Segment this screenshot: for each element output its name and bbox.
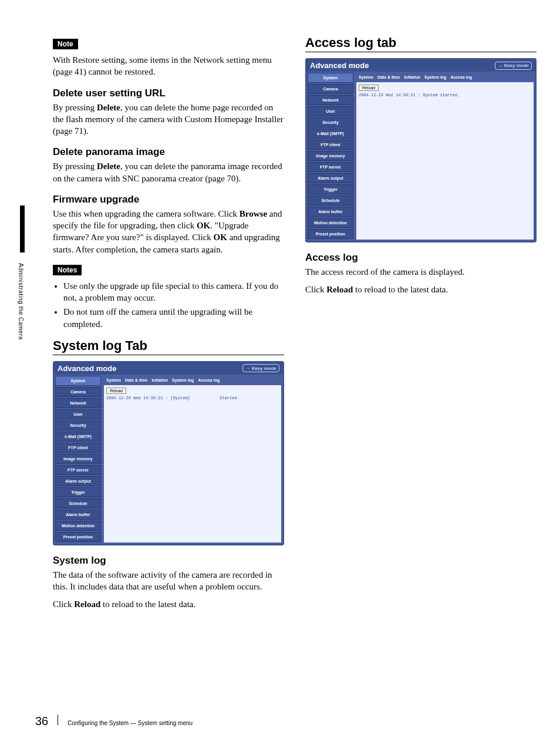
sidebar-item-ftp-server[interactable]: FTP server	[55, 465, 101, 475]
ui-tab-row: System Date & time Initialize System log…	[356, 73, 534, 82]
easy-mode-button[interactable]: Easy mode	[495, 62, 532, 70]
system-log-screenshot: Advanced mode Easy mode System Camera Ne…	[53, 361, 284, 545]
sidebar-item-alarm-buffer[interactable]: Alarm buffer	[308, 207, 353, 217]
paragraph-access-log-2: Click Reload to reload to the latest dat…	[305, 284, 537, 295]
right-column: Access log tab Advanced mode Easy mode S…	[305, 35, 537, 616]
sidebar-item-user[interactable]: User	[308, 106, 353, 116]
sidebar-item-system[interactable]: System	[308, 73, 353, 83]
sidebar-item-camera[interactable]: Camera	[55, 387, 101, 397]
tab-system-log[interactable]: System log	[423, 75, 447, 80]
tab-system-log[interactable]: System log	[171, 378, 195, 383]
sidebar-item-alarm-buffer[interactable]: Alarm buffer	[55, 510, 101, 520]
access-log-content: Reload 2004-12-29 Wed 14:39:21 : System …	[356, 82, 534, 240]
note-paragraph: With Restore setting, some items in the …	[53, 54, 284, 78]
note-badge: Note	[53, 39, 78, 49]
access-log-entry: 2004-12-29 Wed 14:39:21 : System started…	[359, 93, 531, 97]
paragraph-delete-panorama: By pressing Delete, you can delete the p…	[53, 160, 284, 184]
easy-mode-button[interactable]: Easy mode	[242, 364, 279, 372]
sidebar-item-ftp-server[interactable]: FTP server	[308, 162, 353, 172]
sidebar-item-schedule[interactable]: Schedule	[55, 498, 101, 508]
tab-system[interactable]: System	[105, 378, 122, 383]
side-chapter-marker: Administrating the Camera	[18, 205, 28, 340]
paragraph-delete-url: By pressing Delete, you can delete the h…	[53, 102, 284, 137]
paragraph-system-log-1: The data of the software activity of the…	[53, 569, 284, 593]
firmware-note-item: Do not turn off the camera until the upg…	[63, 306, 284, 330]
side-tab-indicator	[20, 205, 25, 252]
ui-mode-title: Advanced mode	[58, 364, 116, 373]
sidebar-item-ftp-client[interactable]: FTP client	[55, 443, 101, 453]
heading-delete-url: Delete user setting URL	[53, 87, 284, 99]
access-log-screenshot: Advanced mode Easy mode System Camera Ne…	[305, 58, 537, 242]
reload-button[interactable]: Reload	[106, 388, 126, 394]
sidebar-item-network[interactable]: Network	[55, 398, 101, 408]
sidebar-item-camera[interactable]: Camera	[308, 84, 353, 94]
heading-access-log: Access log	[305, 252, 537, 264]
page-footer: 36 Configuring the System — System setti…	[35, 715, 193, 728]
page-number: 36	[35, 715, 48, 728]
notes-badge: Notes	[53, 265, 82, 275]
firmware-notes-list: Use only the upgrade up file special to …	[53, 280, 284, 330]
ui-tab-row: System Date & time Initialize System log…	[104, 376, 281, 385]
sidebar-item-alarm-output[interactable]: Alarm output	[55, 476, 101, 486]
sidebar-item-email[interactable]: e-Mail (SMTP)	[55, 432, 101, 442]
heading-access-log-tab: Access log tab	[305, 35, 537, 52]
footer-divider	[58, 715, 58, 725]
sidebar-item-ftp-client[interactable]: FTP client	[308, 140, 353, 150]
tab-date-time[interactable]: Date & time	[376, 75, 402, 80]
sidebar-item-email[interactable]: e-Mail (SMTP)	[308, 129, 353, 139]
firmware-note-item: Use only the upgrade up file special to …	[63, 280, 284, 304]
sidebar-item-motion-detection[interactable]: Motion detection	[55, 521, 101, 531]
sidebar-item-image-memory[interactable]: Image memory	[55, 454, 101, 464]
footer-breadcrumb: Configuring the System — System setting …	[68, 720, 193, 726]
ui-mode-title: Advanced mode	[310, 61, 369, 70]
paragraph-access-log-1: The access record of the camera is displ…	[305, 266, 537, 278]
sidebar-item-user[interactable]: User	[55, 409, 101, 419]
reload-button[interactable]: Reload	[359, 85, 379, 91]
paragraph-system-log-2: Click Reload to reload to the latest dat…	[53, 598, 284, 610]
sidebar-item-security[interactable]: Security	[308, 117, 353, 127]
tab-date-time[interactable]: Date & time	[124, 378, 149, 383]
heading-delete-panorama: Delete panorama image	[53, 146, 284, 158]
sidebar-item-schedule[interactable]: Schedule	[308, 196, 353, 205]
tab-access-log[interactable]: Access log	[449, 75, 473, 80]
tab-system[interactable]: System	[357, 75, 375, 80]
sidebar-item-preset-position[interactable]: Preset position	[308, 229, 353, 239]
tab-initialize[interactable]: Initialize	[403, 75, 421, 80]
sidebar-item-system[interactable]: System	[55, 376, 101, 386]
ui-sidebar: System Camera Network User Security e-Ma…	[306, 72, 355, 241]
sidebar-item-trigger[interactable]: Trigger	[55, 487, 101, 497]
tab-initialize[interactable]: Initialize	[150, 378, 169, 383]
paragraph-firmware-upgrade: Use this when upgrading the camera softw…	[53, 208, 284, 255]
heading-system-log-tab: System log Tab	[53, 338, 284, 355]
system-log-entry: 2004-12-29 Wed 14:39:21 : [System] Start…	[106, 396, 279, 400]
heading-system-log: System log	[53, 555, 284, 567]
heading-firmware-upgrade: Firmware upgrade	[53, 194, 284, 205]
side-chapter-title: Administrating the Camera	[18, 263, 24, 340]
tab-access-log[interactable]: Access log	[197, 378, 221, 383]
left-column: Note With Restore setting, some items in…	[53, 35, 284, 616]
sidebar-item-motion-detection[interactable]: Motion detection	[308, 218, 353, 228]
sidebar-item-preset-position[interactable]: Preset position	[55, 532, 101, 542]
sidebar-item-alarm-output[interactable]: Alarm output	[308, 173, 353, 183]
sidebar-item-network[interactable]: Network	[308, 95, 353, 105]
sidebar-item-trigger[interactable]: Trigger	[308, 184, 353, 194]
sidebar-item-image-memory[interactable]: Image memory	[308, 151, 353, 161]
ui-sidebar: System Camera Network User Security e-Ma…	[54, 375, 102, 544]
system-log-content: Reload 2004-12-29 Wed 14:39:21 : [System…	[104, 385, 281, 543]
sidebar-item-security[interactable]: Security	[55, 420, 101, 430]
